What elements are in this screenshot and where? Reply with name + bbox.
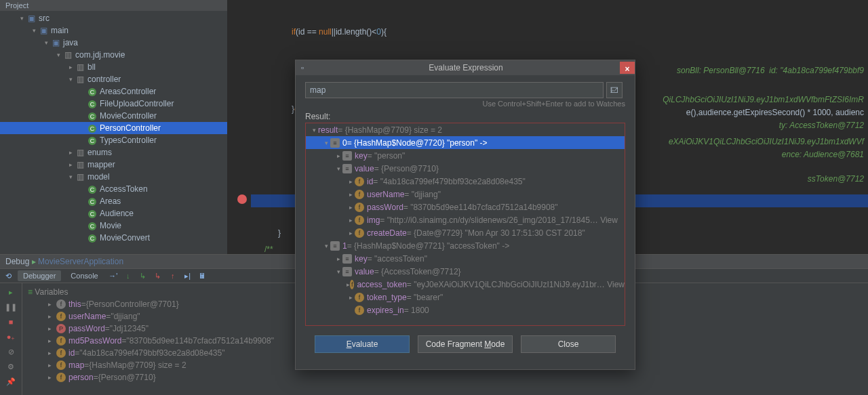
- step-out-icon[interactable]: ↑: [167, 270, 178, 281]
- project-title: Project: [0, 0, 227, 11]
- result-row[interactable]: ▸≡key = "person": [306, 149, 625, 162]
- result-row[interactable]: ▸fuserName = "djjiang": [306, 188, 625, 201]
- ghost-text: ence: Audience@7681: [782, 148, 864, 161]
- tree-item[interactable]: CPersonController: [0, 122, 227, 134]
- dialog-titlebar[interactable]: ▫ Evaluate Expression ×: [296, 60, 635, 75]
- variables-header: Variables: [35, 287, 68, 297]
- tree-item[interactable]: ▾▣main: [0, 24, 227, 37]
- evaluate-icon[interactable]: 🖩: [197, 270, 208, 281]
- dialog-icon: ▫: [301, 63, 312, 72]
- result-row[interactable]: ▸fid = "4ab18ca799ef479bbf93ce2a8d08e435…: [306, 175, 625, 188]
- view-breakpoints-icon[interactable]: ●₊: [5, 331, 17, 343]
- step-over-icon[interactable]: →': [108, 270, 119, 281]
- hint-text: Use Control+Shift+Enter to add to Watche…: [305, 98, 625, 112]
- result-row[interactable]: ▾≡0 = {HashMap$Node@7720} "person" ->: [306, 136, 625, 149]
- result-row[interactable]: ▸faccess_token = "eyJ0eXAiOiJKV1QiLCJhbG…: [306, 278, 625, 291]
- mute-breakpoints-icon[interactable]: ⊘: [5, 346, 17, 358]
- tree-item[interactable]: ▾▥model: [0, 171, 227, 183]
- ghost-text: ty: AccessToken@7712: [779, 119, 864, 132]
- expression-history-icon[interactable]: 🗠: [606, 82, 623, 98]
- result-row[interactable]: ▸fcreateDate = {Date@7729} "Mon Apr 30 1…: [306, 226, 625, 239]
- tree-item[interactable]: ▾▥controller: [0, 73, 227, 85]
- restart-icon[interactable]: ⟲: [3, 270, 14, 281]
- resume-icon[interactable]: ▸: [5, 286, 17, 298]
- breakpoint-icon[interactable]: [237, 194, 247, 204]
- result-row[interactable]: ▸fpassWord = "8370b5d9ee114b7cfacd7512a1…: [306, 201, 625, 213]
- tree-item[interactable]: CAreas: [0, 195, 227, 207]
- pause-icon[interactable]: ❚❚: [5, 301, 17, 313]
- ghost-text: e(),audience.getExpiresSecond() * 1000, …: [686, 106, 864, 119]
- ghost-text: eXAiOiJKV1QiLCJhbGciOiJIUzI1NiJ9.eyJ1bm1…: [669, 136, 864, 148]
- tree-item[interactable]: ▸▥mapper: [0, 159, 227, 171]
- tree-item[interactable]: CAudience: [0, 207, 227, 220]
- result-label: Result:: [305, 112, 625, 123]
- result-row[interactable]: ▸fimg = "http://i0.sinaimg.cn/dy/slidene…: [306, 213, 625, 226]
- result-tree[interactable]: ▾result = {HashMap@7709} size = 2▾≡0 = {…: [305, 123, 625, 326]
- tree-item[interactable]: CMovieController: [0, 110, 227, 122]
- expression-input[interactable]: map: [305, 82, 604, 98]
- tree-item[interactable]: CAreasController: [0, 85, 227, 98]
- result-row[interactable]: ▸≡key = "accessToken": [306, 252, 625, 265]
- settings-icon[interactable]: ⚙: [5, 360, 17, 373]
- console-tab[interactable]: Console: [65, 270, 103, 281]
- pin-icon[interactable]: 📌: [5, 375, 17, 388]
- result-row[interactable]: ▾≡value = {Person@7710}: [306, 162, 625, 175]
- tree-item[interactable]: CTypesController: [0, 134, 227, 146]
- project-tree[interactable]: ▾▣src▾▣main▾▣java▾▥com.jdj.movie▸▥bll▾▥c…: [0, 11, 227, 244]
- tree-item[interactable]: CFileUploadController: [0, 98, 227, 110]
- run-to-cursor-icon[interactable]: ▸|: [182, 270, 193, 281]
- step-into-icon[interactable]: ↓: [123, 270, 134, 281]
- ghost-text: ssToken@7712: [808, 173, 864, 186]
- close-button[interactable]: Close: [521, 335, 616, 353]
- tree-item[interactable]: ▸▥enums: [0, 146, 227, 159]
- tree-item[interactable]: CMovieConvert: [0, 232, 227, 244]
- evaluate-button[interactable]: Evaluate: [315, 335, 410, 353]
- debug-app-name: MovieServerApplication: [38, 257, 123, 266]
- result-row[interactable]: fexpires_in = 1800: [306, 304, 625, 316]
- step-into-icon[interactable]: ↳: [138, 270, 149, 281]
- result-row[interactable]: ▸ftoken_type = "bearer": [306, 291, 625, 304]
- result-row[interactable]: ▾result = {HashMap@7709} size = 2: [306, 123, 625, 136]
- tree-item[interactable]: CMovie: [0, 220, 227, 232]
- result-row[interactable]: ▾≡1 = {HashMap$Node@7721} "accessToken" …: [306, 239, 625, 252]
- result-row[interactable]: ▾≡value = {AccessToken@7712}: [306, 265, 625, 278]
- evaluate-expression-dialog: ▫ Evaluate Expression × map🗠 Use Control…: [295, 60, 635, 370]
- debugger-tab[interactable]: Debugger: [18, 270, 61, 281]
- tree-item[interactable]: ▾▥com.jdj.movie: [0, 49, 227, 61]
- code-fragment-mode-button[interactable]: Code Fragment Mode: [418, 335, 513, 353]
- tree-item[interactable]: CAccessToken: [0, 183, 227, 195]
- force-step-icon[interactable]: ↳: [153, 270, 163, 281]
- stop-icon[interactable]: ■: [5, 316, 17, 328]
- tree-item[interactable]: ▸▥bll: [0, 61, 227, 73]
- debug-sidebar: ▸ ❚❚ ■ ●₊ ⊘ ⚙ 📌: [0, 283, 22, 395]
- variable-row[interactable]: ▸fperson = {Person@7710}: [22, 371, 868, 383]
- ghost-text: QiLCJhbGciOiJIUzI1NiJ9.eyJ1bm1xdWVfbmFtZ…: [663, 93, 864, 106]
- ghost-text: sonBll: PersonBll@7716 id: "4ab18ca799ef…: [677, 64, 864, 77]
- close-icon[interactable]: ×: [620, 62, 635, 74]
- project-panel: Project ▾▣src▾▣main▾▣java▾▥com.jdj.movie…: [0, 0, 227, 254]
- tree-item[interactable]: ▾▣src: [0, 12, 227, 24]
- dialog-title: Evaluate Expression: [312, 63, 620, 72]
- tree-item[interactable]: ▾▣java: [0, 37, 227, 49]
